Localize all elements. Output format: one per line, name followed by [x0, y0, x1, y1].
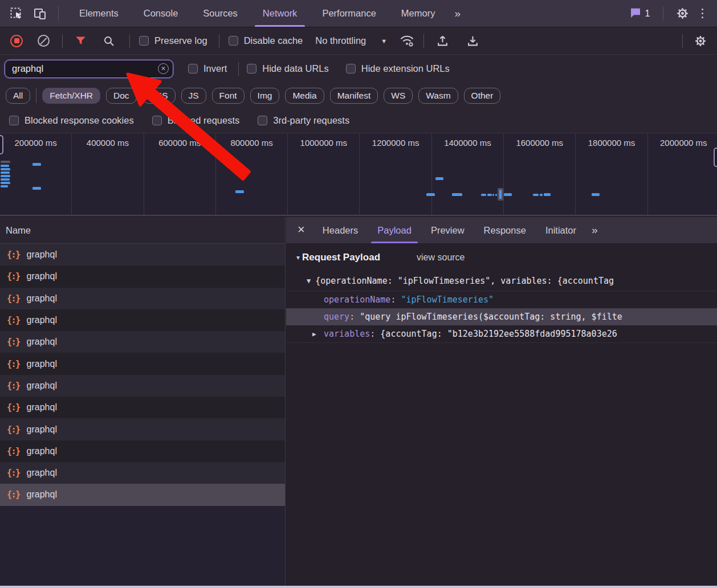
payload-entry-query[interactable]: query: "query ipFlowTimeseries($accountT…	[286, 308, 717, 325]
throttling-select[interactable]: No throttling ▼	[315, 35, 387, 46]
chip-img[interactable]: Img	[250, 88, 280, 104]
blocked-response-cookies-checkbox[interactable]	[9, 116, 19, 125]
fetch-xhr-icon: {:}	[7, 468, 20, 478]
hide-extension-urls-checkbox[interactable]	[346, 64, 356, 74]
request-row[interactable]: {:}graphql	[0, 440, 285, 462]
chip-fetch-xhr[interactable]: Fetch/XHR	[42, 88, 100, 104]
view-source-link[interactable]: view source	[417, 252, 465, 263]
details-tab-response[interactable]: Response	[474, 217, 536, 243]
chip-ws[interactable]: WS	[384, 88, 413, 104]
chip-js[interactable]: JS	[181, 88, 206, 104]
request-row[interactable]: {:}graphql	[0, 462, 285, 484]
waterfall-bar	[499, 190, 502, 199]
request-row[interactable]: {:}graphql	[0, 331, 285, 353]
request-name: graphql	[27, 293, 57, 304]
devtools-window: ElementsConsoleSourcesNetworkPerformance…	[0, 0, 717, 588]
waterfall-bar	[592, 193, 600, 196]
disable-cache-checkbox[interactable]	[229, 36, 238, 46]
network-conditions-icon[interactable]	[400, 35, 414, 47]
close-details-icon[interactable]: ×	[286, 222, 313, 238]
details-tab-preview[interactable]: Preview	[421, 217, 474, 243]
fetch-xhr-icon: {:}	[7, 402, 20, 413]
preserve-log-label: Preserve log	[154, 35, 207, 46]
extra-filter-0: Blocked response cookies	[9, 115, 134, 126]
tab-performance[interactable]: Performance	[309, 0, 388, 27]
record-button[interactable]	[10, 35, 23, 47]
chip-media[interactable]: Media	[285, 88, 324, 104]
tab-sources[interactable]: Sources	[190, 0, 250, 27]
device-toolbar-icon[interactable]	[33, 6, 48, 21]
details-more-tabs-icon[interactable]: »	[586, 224, 602, 236]
request-row[interactable]: {:}graphql	[0, 309, 285, 331]
waterfall-bar	[435, 177, 443, 180]
payload-root-node[interactable]: ▼ {operationName: "ipFlowTimeseries", va…	[286, 272, 717, 289]
request-payload-title: Request Payload	[302, 252, 380, 263]
request-row[interactable]: {:}graphql	[0, 353, 285, 374]
overview-right-handle[interactable]	[714, 148, 717, 167]
tab-elements[interactable]: Elements	[67, 0, 131, 27]
clear-filter-icon[interactable]: ×	[158, 63, 169, 74]
waterfall-bar	[487, 194, 492, 196]
filter-icon[interactable]	[71, 36, 91, 46]
details-tab-payload[interactable]: Payload	[368, 217, 421, 243]
timeline-tick-label: 800000 ms	[230, 138, 272, 148]
fetch-xhr-icon: {:}	[7, 489, 20, 500]
chip-css[interactable]: CSS	[142, 88, 176, 104]
settings-gear-icon[interactable]	[673, 7, 692, 20]
chip-all[interactable]: All	[6, 88, 30, 104]
details-tab-initiator[interactable]: Initiator	[536, 217, 586, 243]
filter-input-wrap: ×	[5, 60, 173, 78]
blocked-requests-checkbox[interactable]	[152, 116, 162, 125]
fetch-xhr-icon: {:}	[7, 424, 20, 435]
payload-entry-variables[interactable]: ▶variables: {accountTag: "b12e3b2192ee55…	[286, 325, 717, 342]
extra-filter-1: Blocked requests	[152, 115, 240, 126]
preserve-log-checkbox[interactable]	[139, 36, 149, 46]
invert-checkbox[interactable]	[188, 64, 198, 74]
export-har-icon[interactable]	[462, 35, 483, 47]
expand-icon[interactable]: ▶	[312, 330, 321, 338]
inspect-element-icon[interactable]	[9, 6, 24, 21]
section-collapse-icon[interactable]: ▾	[296, 254, 300, 262]
chip-wasm[interactable]: Wasm	[418, 88, 458, 104]
devtools-tabbar: ElementsConsoleSourcesNetworkPerformance…	[0, 0, 717, 27]
tab-network[interactable]: Network	[250, 0, 310, 27]
waterfall-bar	[1, 175, 10, 177]
details-tab-headers[interactable]: Headers	[313, 217, 368, 243]
chip-other[interactable]: Other	[464, 88, 501, 104]
chip-font[interactable]: Font	[212, 88, 245, 104]
overview-left-handle[interactable]	[0, 135, 3, 154]
tab-console[interactable]: Console	[131, 0, 191, 27]
fetch-xhr-icon: {:}	[7, 359, 20, 369]
kebab-menu-icon[interactable]	[696, 5, 710, 22]
request-row[interactable]: {:}graphql	[0, 288, 285, 309]
network-overview-timeline[interactable]: 200000 ms400000 ms600000 ms800000 ms1000…	[0, 133, 717, 216]
issues-button[interactable]: 1	[626, 7, 654, 21]
expand-icon[interactable]: ▼	[307, 277, 311, 285]
network-settings-gear-icon[interactable]	[689, 35, 717, 47]
search-icon[interactable]	[99, 35, 119, 47]
request-row[interactable]: {:}graphql	[0, 397, 285, 418]
more-tabs-icon[interactable]: »	[447, 7, 466, 20]
request-row[interactable]: {:}graphql	[0, 244, 285, 266]
filter-input[interactable]	[5, 63, 144, 74]
fetch-xhr-icon: {:}	[7, 293, 20, 304]
request-row[interactable]: {:}graphql	[0, 375, 285, 397]
request-row[interactable]: {:}graphql	[0, 418, 285, 440]
name-column-header[interactable]: Name	[0, 217, 285, 244]
tab-memory[interactable]: Memory	[389, 0, 448, 27]
hide-data-urls-checkbox[interactable]	[247, 64, 256, 74]
payload-key: variables	[324, 329, 370, 339]
import-har-icon[interactable]	[432, 35, 453, 47]
chip-manifest[interactable]: Manifest	[330, 88, 378, 104]
request-row[interactable]: {:}graphql	[0, 266, 285, 287]
extra-filter-2: 3rd-party requests	[258, 115, 349, 126]
clear-icon[interactable]	[38, 35, 50, 47]
request-name: graphql	[27, 359, 57, 369]
payload-entry-operationName[interactable]: operationName: "ipFlowTimeseries"	[286, 291, 717, 308]
3rd-party-requests-checkbox[interactable]	[258, 116, 267, 125]
request-row[interactable]: {:}graphql	[0, 484, 285, 505]
divider	[219, 34, 219, 48]
request-name: graphql	[27, 271, 57, 281]
timeline-tick-label: 1400000 ms	[444, 138, 491, 148]
chip-doc[interactable]: Doc	[106, 88, 137, 104]
